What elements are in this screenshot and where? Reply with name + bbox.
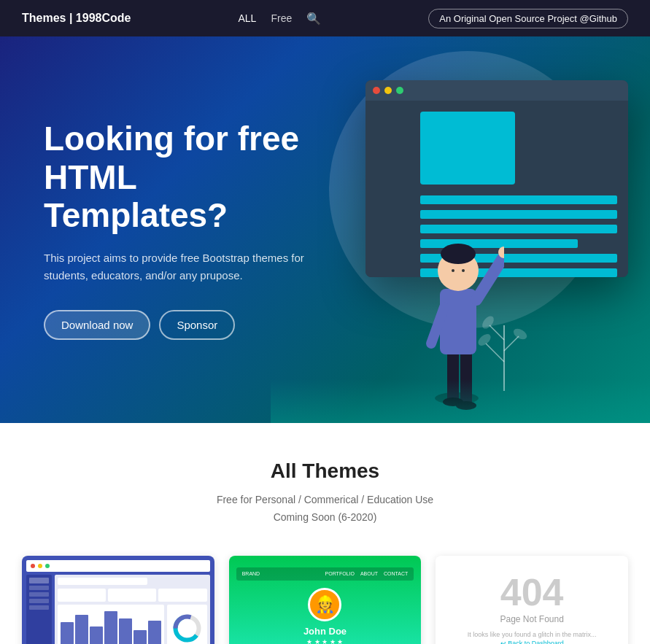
svg-line-15 (504, 336, 519, 351)
card-profile[interactable]: BRAND PORTFOLIO ABOUT CONTACT 👷 John Doe… (229, 556, 422, 644)
dash-stat-2 (108, 589, 156, 602)
themes-subtitle: Free for Personal / Commerical / Educati… (22, 492, 628, 527)
hero-buttons: Download now Sponsor (44, 310, 306, 340)
hero-section: Looking for free HTML Templates? This pr… (0, 36, 650, 423)
svg-line-16 (490, 325, 504, 340)
dash-chart-bar (58, 605, 164, 644)
profile-topbar: BRAND PORTFOLIO ABOUT CONTACT (236, 567, 414, 581)
404-number: 404 (500, 573, 564, 611)
sponsor-button[interactable]: Sponsor (159, 310, 235, 340)
dash-dot-1 (31, 564, 35, 568)
download-now-button[interactable]: Download now (44, 310, 150, 340)
navbar: Themes | 1998Code ALL Free 🔍 An Original… (0, 0, 650, 36)
nav-link-free[interactable]: Free (271, 12, 292, 24)
dash-topbar (26, 560, 210, 572)
profile-name: John Doe (303, 626, 347, 637)
dashboard-preview (22, 556, 214, 644)
svg-line-6 (476, 256, 504, 300)
nav-link-all[interactable]: ALL (239, 12, 257, 24)
profile-avatar: 👷 (308, 588, 341, 621)
hero-ground (271, 379, 650, 423)
card-thumb-404: 404 Page Not Found It looks like you fou… (436, 556, 628, 644)
browser-card-teal (420, 112, 515, 185)
search-icon[interactable]: 🔍 (306, 12, 321, 26)
github-button[interactable]: An Original Open Source Project @Github (428, 9, 628, 28)
cards-grid: nextBank. UI Kit (Dashboard) BRAND PORTF… (22, 556, 628, 644)
404-link[interactable]: ↩ Back to Dashboard (500, 640, 564, 644)
hero-subtitle: This project aims to provide free Bootst… (44, 249, 306, 284)
dash-dot-2 (38, 564, 42, 568)
svg-point-18 (511, 327, 528, 341)
dash-stat-1 (58, 589, 106, 602)
dash-sidebar (26, 575, 52, 644)
themes-title: All Themes (22, 459, 628, 483)
card-thumb-profile: BRAND PORTFOLIO ABOUT CONTACT 👷 John Doe… (229, 556, 422, 644)
svg-point-19 (480, 314, 496, 330)
card-thumb-dashboard (22, 556, 214, 644)
browser-dot-green (396, 87, 403, 94)
dash-stats (58, 589, 207, 602)
nav-brand-label: BRAND (242, 571, 260, 576)
svg-point-12 (462, 269, 465, 272)
browser-dot-yellow (384, 87, 392, 94)
hero-title: Looking for free HTML Templates? (44, 120, 306, 236)
nav-links: ALL Free 🔍 (239, 12, 322, 26)
dash-body (26, 575, 210, 644)
hero-content: Looking for free HTML Templates? This pr… (0, 76, 350, 384)
browser-sidebar (365, 101, 409, 277)
svg-point-17 (476, 332, 492, 348)
themes-section: All Themes Free for Personal / Commerica… (0, 423, 650, 644)
404-preview: 404 Page Not Found It looks like you fou… (436, 556, 628, 644)
brand-logo[interactable]: Themes | 1998Code (22, 12, 131, 25)
profile-stars: ★ ★ ★ ★ ★ (306, 638, 343, 644)
profile-preview: BRAND PORTFOLIO ABOUT CONTACT 👷 John Doe… (229, 556, 422, 644)
404-text: Page Not Found (500, 614, 563, 624)
card-404[interactable]: 404 Page Not Found It looks like you fou… (436, 556, 628, 644)
dash-donut (167, 605, 207, 644)
browser-titlebar (365, 80, 628, 101)
svg-point-10 (441, 244, 476, 264)
browser-dot-red (373, 87, 380, 94)
404-message: It looks like you found a glitch in the … (468, 630, 597, 640)
svg-line-14 (486, 344, 504, 362)
card-dashboard[interactable]: nextBank. UI Kit (Dashboard) (22, 556, 214, 644)
dash-dot-3 (45, 564, 50, 568)
svg-point-11 (452, 269, 454, 272)
dash-main (55, 575, 210, 644)
